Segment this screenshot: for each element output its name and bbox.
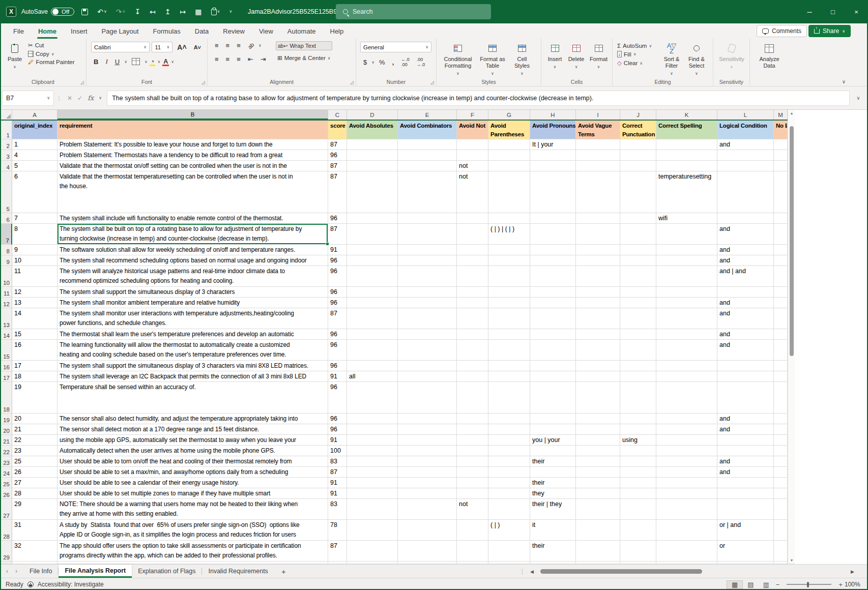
cell-A24[interactable]: 26	[12, 467, 57, 478]
cell-C24[interactable]: 87	[328, 467, 347, 478]
cell-C7[interactable]: 87	[328, 224, 347, 245]
header-G[interactable]: AvoidParentheses	[488, 121, 530, 139]
cell-I13[interactable]	[576, 308, 620, 329]
cell-G16[interactable]	[488, 361, 530, 371]
cell-A20[interactable]: 21	[12, 424, 57, 435]
cell-G11[interactable]	[488, 287, 530, 298]
cell-J2[interactable]	[620, 139, 656, 150]
cell-E19[interactable]	[398, 414, 457, 424]
cell-K12[interactable]	[656, 298, 717, 308]
cell-F25[interactable]	[457, 478, 488, 488]
cell-E21[interactable]	[398, 435, 457, 446]
cell-K5[interactable]: temperaturesetting	[656, 171, 717, 213]
cell-J28[interactable]	[620, 520, 656, 541]
cell-I15[interactable]	[576, 340, 620, 361]
find-select-button[interactable]: Find & Select∨	[684, 41, 709, 78]
cell-J12[interactable]	[620, 298, 656, 308]
cell-H29[interactable]: their	[530, 541, 576, 562]
cell-D2[interactable]	[347, 139, 398, 150]
cell-A8[interactable]: 9	[12, 245, 57, 255]
cell-C9[interactable]: 96	[328, 255, 347, 266]
cell-I18[interactable]	[576, 382, 620, 414]
cell-G17[interactable]	[488, 371, 530, 382]
header-K[interactable]: Correct Spelling	[656, 121, 717, 139]
row-number-14[interactable]: 14	[0, 329, 12, 340]
row-number-5[interactable]: 5	[0, 171, 12, 213]
cell-M19[interactable]	[774, 414, 788, 424]
cell-H26[interactable]: they	[530, 488, 576, 499]
cell-K3[interactable]	[656, 150, 717, 161]
cell-J8[interactable]	[620, 245, 656, 255]
comments-button[interactable]: Comments	[757, 25, 807, 37]
cell-M11[interactable]	[774, 287, 788, 298]
cell-G5[interactable]	[488, 171, 530, 213]
tab-automate[interactable]: Automate	[280, 25, 323, 39]
orientation-icon[interactable]: ab	[245, 40, 257, 52]
cell-I20[interactable]	[576, 424, 620, 435]
cell-G15[interactable]	[488, 340, 530, 361]
add-sheet-button[interactable]: +	[274, 565, 293, 578]
cell-E12[interactable]	[398, 298, 457, 308]
column-letter-A[interactable]: A	[12, 110, 57, 120]
cell-K6[interactable]: wifi	[656, 213, 717, 224]
cell-J5[interactable]	[620, 171, 656, 213]
cell-K17[interactable]	[656, 371, 717, 382]
cell-H6[interactable]	[530, 213, 576, 224]
cell-D21[interactable]	[347, 435, 398, 446]
clipboard-dialog-launcher[interactable]: ◿	[80, 80, 84, 85]
cell-L16[interactable]	[717, 361, 774, 371]
cell-H25[interactable]: their	[530, 478, 576, 488]
cell-M29[interactable]	[774, 541, 788, 562]
cell-E22[interactable]	[398, 446, 457, 456]
zoom-out-icon[interactable]: −	[774, 581, 782, 588]
cell-F13[interactable]	[457, 308, 488, 329]
cell-E15[interactable]	[398, 340, 457, 361]
cell-E11[interactable]	[398, 287, 457, 298]
fill-color-button[interactable]: ◔	[150, 58, 156, 65]
cell-F10[interactable]	[457, 266, 488, 287]
cell-A6[interactable]: 7	[12, 213, 57, 224]
cell-G24[interactable]	[488, 467, 530, 478]
cell-C2[interactable]: 87	[328, 139, 347, 150]
cell-A26[interactable]: 28	[12, 488, 57, 499]
cell-I19[interactable]	[576, 414, 620, 424]
row-number-13[interactable]: 13	[0, 308, 12, 329]
cell-H10[interactable]	[530, 266, 576, 287]
cell-M27[interactable]	[774, 499, 788, 520]
redo-button[interactable]: ↷∨	[114, 8, 128, 15]
number-dialog-launcher[interactable]: ◿	[430, 80, 434, 85]
name-box[interactable]: B7∨	[2, 91, 54, 106]
cell-L12[interactable]: and	[717, 298, 774, 308]
cell-H20[interactable]	[530, 424, 576, 435]
cell-A14[interactable]: 15	[12, 329, 57, 340]
cell-E25[interactable]	[398, 478, 457, 488]
cell-I12[interactable]	[576, 298, 620, 308]
row-number-25[interactable]: 25	[0, 478, 12, 488]
cell-D19[interactable]	[347, 414, 398, 424]
cell-M14[interactable]	[774, 329, 788, 340]
cancel-icon[interactable]: ✕	[67, 95, 72, 102]
header-L[interactable]: Logical Condition	[717, 121, 774, 139]
cell-H24[interactable]	[530, 467, 576, 478]
expand-formula-bar-icon[interactable]: ∨	[853, 95, 864, 101]
cell-C23[interactable]: 83	[328, 456, 347, 467]
cell-F11[interactable]	[457, 287, 488, 298]
cell-G27[interactable]	[488, 499, 530, 520]
cell-B27[interactable]: NOTE: There should be a warning that use…	[57, 499, 328, 520]
cell-L23[interactable]: and	[717, 456, 774, 467]
decrease-indent-icon[interactable]: ⇤	[245, 55, 256, 63]
page-break-view-icon[interactable]: ▥	[759, 581, 774, 588]
cell-E10[interactable]	[398, 266, 457, 287]
cell-I9[interactable]	[576, 255, 620, 266]
row-number-10[interactable]: 10	[0, 266, 12, 287]
qat-button-4[interactable]: ↦	[178, 8, 188, 15]
cell-M8[interactable]	[774, 245, 788, 255]
cell-J7[interactable]	[620, 224, 656, 245]
cell-A15[interactable]: 16	[12, 340, 57, 361]
cell-C26[interactable]: 91	[328, 488, 347, 499]
cell-I8[interactable]	[576, 245, 620, 255]
zoom-slider-knob[interactable]	[807, 582, 809, 587]
cell-J29[interactable]	[620, 541, 656, 562]
cell-D12[interactable]	[347, 298, 398, 308]
cell-E8[interactable]	[398, 245, 457, 255]
